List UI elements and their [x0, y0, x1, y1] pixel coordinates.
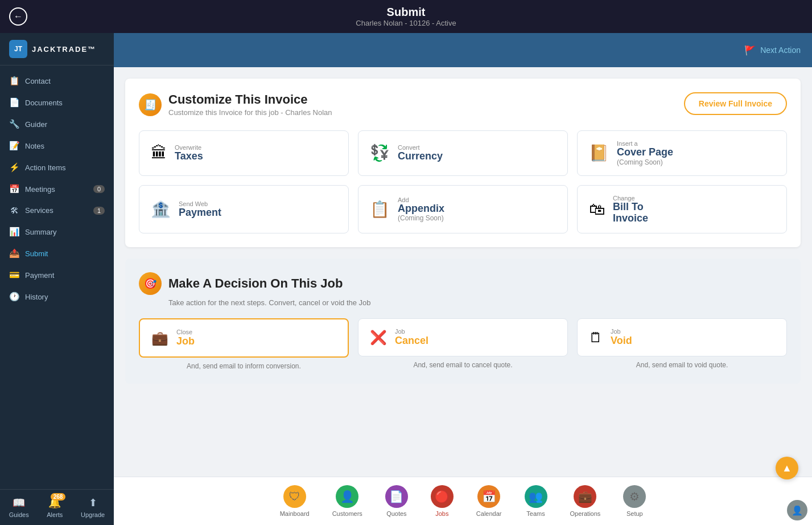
submit-icon: 📤 [9, 248, 19, 259]
card-title-change-bill-to-invoice: Bill ToInvoice [613, 202, 648, 224]
card-title-insert-cover-page: Cover Page [617, 147, 673, 158]
decision-card-job-void[interactable]: 🗒 Job Void [577, 318, 787, 356]
card-title-add-appendix: Appendix [398, 203, 444, 215]
main-content: 🚩 Next Action 🧾 Customize This Invoice C… [114, 33, 812, 525]
decision-grid: 💼 Close Job And, send email to inform co… [139, 318, 787, 370]
action-bar: 🚩 Next Action [114, 33, 812, 67]
page-subtitle: Charles Nolan - 10126 - Active [0, 19, 812, 27]
meetings-badge: 0 [93, 185, 105, 193]
bottom-nav-quotes[interactable]: 📄 Quotes [374, 482, 419, 520]
bottom-nav-mainboard[interactable]: 🛡 Mainboard [269, 482, 321, 520]
services-icon: 🛠 [9, 206, 19, 215]
decision-note-job-void: And, send email to void quote. [577, 361, 787, 369]
mainboard-nav-icon: 🛡 [283, 485, 306, 508]
convert-currency-icon: 💱 [370, 143, 390, 162]
customers-nav-label: Customers [332, 510, 362, 517]
sidebar-label-notes: Notes [25, 142, 44, 150]
sidebar-label-summary: Summary [25, 228, 57, 236]
decision-label-close-job: Close [176, 329, 195, 335]
notes-icon: 📝 [9, 141, 19, 151]
payment-icon: 💳 [9, 270, 19, 280]
change-bill-to-invoice-icon: 🛍 [589, 200, 605, 219]
customize-card-insert-cover-page[interactable]: 📔 Insert a Cover Page (Coming Soon) [577, 130, 787, 176]
scroll-up-button[interactable]: ▲ [776, 457, 798, 479]
upgrade-icon: ⬆ [89, 497, 97, 509]
sidebar-bottom-upgrade[interactable]: ⬆ Upgrade [81, 497, 105, 518]
card-sub-insert-cover-page: (Coming Soon) [617, 158, 673, 166]
bottom-nav-jobs[interactable]: 🔴 Jobs [419, 482, 465, 520]
decision-card-job-cancel[interactable]: ❌ Job Cancel [358, 318, 568, 356]
customize-card-add-appendix[interactable]: 📋 Add Appendix (Coming Soon) [358, 185, 568, 234]
bottom-nav-operations[interactable]: 💼 Operations [559, 482, 612, 520]
customize-invoice-section: 🧾 Customize This Invoice Customize this … [125, 79, 801, 247]
sidebar-bottom-alerts[interactable]: 🔔 268 Alerts [47, 497, 63, 518]
decision-card-close-job[interactable]: 💼 Close Job [139, 318, 349, 358]
action-bar-right: 🚩 Next Action [457, 33, 813, 67]
sidebar-item-action-items[interactable]: ⚡ Action Items [0, 157, 114, 178]
sidebar: JT JACKTRADE™ 📋 Contact 📄 Documents 🔧 Gu… [0, 33, 114, 525]
sidebar-item-history[interactable]: 🕐 History [0, 286, 114, 307]
summary-icon: 📊 [9, 227, 19, 237]
scroll-area[interactable]: 🧾 Customize This Invoice Customize this … [114, 67, 812, 477]
sidebar-label-submit: Submit [25, 249, 48, 258]
bottom-nav-setup[interactable]: ⚙ Setup [612, 482, 657, 520]
section-title-group: 🧾 Customize This Invoice Customize this … [139, 92, 332, 117]
decision-note-close-job: And, send email to inform conversion. [139, 362, 349, 370]
sidebar-item-notes[interactable]: 📝 Notes [0, 135, 114, 157]
sidebar-label-contact: Contact [25, 77, 51, 85]
sidebar-item-services[interactable]: 🛠 Services 1 [0, 200, 114, 221]
user-avatar[interactable]: 👤 [787, 500, 807, 520]
sidebar-bottom-guides[interactable]: 📖 Guides [9, 497, 29, 518]
sidebar-bottom: 📖 Guides 🔔 268 Alerts ⬆ Upgrade [0, 489, 114, 525]
sidebar-item-payment[interactable]: 💳 Payment [0, 264, 114, 286]
bottom-nav-teams[interactable]: 👥 Teams [513, 482, 559, 520]
customize-card-overwrite-taxes[interactable]: 🏛 Overwrite Taxes [139, 130, 349, 176]
sidebar-label-history: History [25, 293, 48, 301]
setup-nav-icon: ⚙ [623, 485, 646, 508]
top-header: ← Submit Charles Nolan - 10126 - Active [0, 0, 812, 33]
sidebar-item-submit[interactable]: 📤 Submit [0, 243, 114, 264]
calendar-nav-icon: 📅 [477, 485, 500, 508]
sidebar-item-summary[interactable]: 📊 Summary [0, 221, 114, 243]
customize-icon: 🧾 [139, 93, 162, 116]
sidebar-item-contact[interactable]: 📋 Contact [0, 70, 114, 92]
decision-section: 🎯 Make A Decision On This Job Take actio… [125, 259, 801, 384]
sidebar-logo: JT JACKTRADE™ [0, 33, 114, 65]
sidebar-item-documents[interactable]: 📄 Documents [0, 92, 114, 113]
sidebar-label-services: Services [25, 206, 53, 215]
card-label-send-web-payment: Send Web [179, 200, 221, 207]
card-title-send-web-payment: Payment [179, 207, 221, 219]
back-button[interactable]: ← [9, 7, 27, 26]
mainboard-nav-label: Mainboard [280, 510, 310, 517]
quotes-nav-label: Quotes [386, 510, 406, 517]
decision-title: Make A Decision On This Job [168, 276, 343, 291]
bottom-nav-customers[interactable]: 👤 Customers [321, 482, 374, 520]
logo-icon: JT [9, 40, 27, 58]
history-icon: 🕐 [9, 292, 19, 302]
documents-icon: 📄 [9, 97, 19, 108]
decision-label-job-cancel: Job [395, 328, 428, 335]
decision-title-job-void: Void [611, 335, 632, 347]
send-web-payment-icon: 🏦 [151, 200, 171, 219]
next-action-button[interactable]: 🚩 Next Action [744, 45, 801, 56]
review-full-invoice-button[interactable]: Review Full Invoice [684, 92, 787, 115]
guides-label: Guides [9, 511, 29, 518]
teams-nav-label: Teams [526, 510, 545, 517]
bottom-nav: 🛡 Mainboard 👤 Customers 📄 Quotes 🔴 Jobs … [114, 477, 812, 525]
sidebar-item-guider[interactable]: 🔧 Guider [0, 113, 114, 135]
sidebar-item-meetings[interactable]: 📅 Meetings 0 [0, 178, 114, 200]
customize-subtitle: Customize this Invoice for this job - Ch… [168, 108, 332, 117]
customize-card-change-bill-to-invoice[interactable]: 🛍 Change Bill ToInvoice [577, 185, 787, 234]
alerts-label: Alerts [47, 511, 63, 518]
upgrade-label: Upgrade [81, 511, 105, 518]
decision-wrapper-close-job: 💼 Close Job And, send email to inform co… [139, 318, 349, 370]
calendar-nav-label: Calendar [476, 510, 502, 517]
sidebar-label-payment: Payment [25, 271, 54, 280]
section-title-block: Customize This Invoice Customize this In… [168, 92, 332, 117]
customize-card-convert-currency[interactable]: 💱 Convert Currency [358, 130, 568, 176]
operations-nav-icon: 💼 [574, 485, 596, 508]
customize-card-send-web-payment[interactable]: 🏦 Send Web Payment [139, 185, 349, 234]
decision-title-job-cancel: Cancel [395, 335, 428, 347]
contact-icon: 📋 [9, 76, 19, 86]
bottom-nav-calendar[interactable]: 📅 Calendar [465, 482, 513, 520]
